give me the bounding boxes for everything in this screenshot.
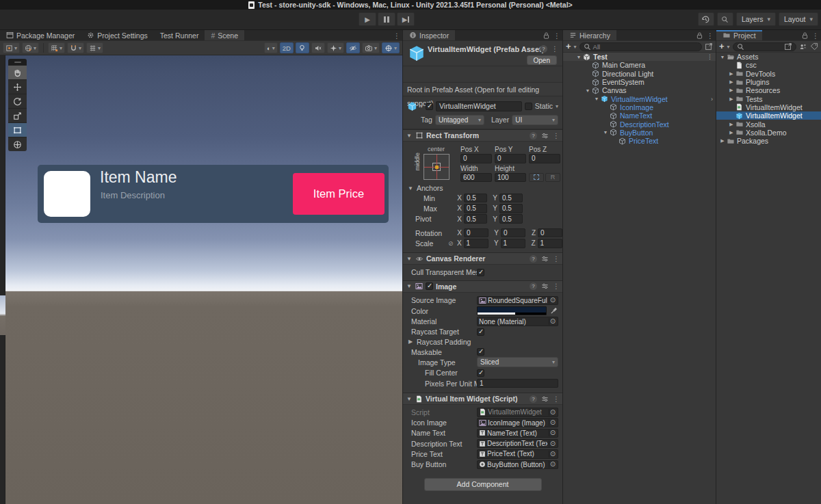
blueprint-mode-button[interactable] — [529, 173, 544, 183]
prefab-open-arrow-icon[interactable]: › — [711, 96, 713, 103]
toggle-2d-button[interactable]: 2D — [280, 42, 294, 53]
object-picker-icon[interactable]: ⊙ — [549, 419, 556, 426]
hierarchy-item-main-camera[interactable]: Main Camera — [563, 61, 716, 69]
component-menu-icon[interactable]: ⋮ — [553, 282, 560, 290]
scene-lighting-button[interactable] — [296, 42, 309, 53]
rotation-z-field[interactable]: 0 — [538, 228, 562, 238]
tab-project[interactable]: Project — [716, 30, 762, 40]
buy-button-preview[interactable]: Item Price — [293, 173, 385, 215]
object-picker-icon[interactable]: ⊙ — [549, 429, 556, 436]
hierarchy-item-buybutton[interactable]: ▼BuyButton — [563, 129, 716, 137]
presets-icon[interactable] — [541, 282, 549, 290]
move-snap-button[interactable]: ▾ — [86, 42, 103, 53]
save-search-icon[interactable] — [705, 42, 713, 51]
project-item-virtualitemwidget[interactable]: VirtualItemWidget — [716, 103, 821, 111]
project-item-tests[interactable]: ▶Tests — [716, 94, 821, 103]
link-broken-icon[interactable]: ⊘ — [448, 240, 454, 247]
play-button[interactable]: ▶ — [359, 12, 376, 26]
foldout-icon[interactable]: ▶ — [719, 138, 726, 144]
presets-icon[interactable] — [541, 255, 549, 263]
object-reference-field[interactable]: VirtualItemWidget⊙ — [477, 408, 558, 417]
cull-transparent-mesh-checkbox[interactable] — [477, 269, 484, 276]
scene-viewport[interactable]: Item Name Item Description Item Price — [5, 55, 402, 504]
height-field[interactable]: 100 — [495, 173, 526, 183]
hierarchy-item-canvas[interactable]: ▼Canvas — [563, 86, 716, 94]
lock-icon[interactable] — [696, 31, 703, 40]
project-item-devtools[interactable]: ▶DevTools — [716, 70, 821, 78]
active-checkbox[interactable] — [426, 103, 433, 110]
foldout-icon[interactable]: ▼ — [406, 256, 413, 262]
camera-settings-button[interactable]: ▾ — [362, 42, 380, 53]
collab-icon[interactable] — [799, 43, 807, 51]
rotation-x-field[interactable]: 0 — [464, 228, 488, 238]
presets-icon[interactable] — [541, 132, 549, 140]
foldout-icon[interactable]: ▶ — [728, 88, 735, 93]
foldout-icon[interactable]: ▶ — [728, 122, 735, 127]
panel-menu-icon[interactable]: ⋮ — [812, 32, 819, 40]
tab-inspector[interactable]: Inspector — [403, 30, 455, 40]
panel-menu-icon[interactable]: ⋮ — [553, 32, 560, 40]
presets-icon[interactable] — [541, 395, 549, 403]
pause-button[interactable] — [378, 12, 395, 26]
width-field[interactable]: 600 — [460, 173, 492, 183]
maskable-checkbox[interactable] — [477, 348, 484, 356]
add-component-button[interactable]: Add Component — [424, 478, 542, 491]
foldout-icon[interactable]: ▼ — [593, 96, 600, 101]
object-picker-icon[interactable]: ⊙ — [549, 451, 556, 457]
tab-test-runner[interactable]: Test Runner — [154, 30, 205, 40]
anchor-preset-widget[interactable]: center middle — [410, 147, 459, 181]
object-reference-field[interactable]: PriceText (Text)⊙ — [477, 449, 558, 459]
virtual-item-widget-script-header[interactable]: ▼ Virtual Item Widget (Script) ?⋮ — [403, 393, 562, 405]
search-button[interactable] — [717, 12, 733, 26]
scale-z-field[interactable]: 1 — [538, 239, 562, 248]
foldout-icon[interactable]: ▼ — [406, 133, 413, 139]
scale-tool-button[interactable] — [8, 108, 27, 122]
raw-edit-button[interactable]: R — [545, 173, 560, 183]
hierarchy-item-iconimage[interactable]: IconImage — [563, 103, 716, 111]
layout-dropdown[interactable]: Layout▾ — [779, 12, 818, 26]
foldout-icon[interactable]: ▶ — [728, 79, 735, 85]
project-item-resources[interactable]: ▶Resources — [716, 86, 821, 94]
grid-snapping-button[interactable]: ▾ — [48, 42, 65, 53]
raycast-target-checkbox[interactable] — [477, 328, 484, 336]
pos-z-field[interactable]: 0 — [529, 154, 560, 163]
tab-hierarchy[interactable]: Hierarchy — [563, 30, 616, 40]
label-icon[interactable] — [810, 42, 818, 51]
hierarchy-item-pricetext[interactable]: PriceText — [563, 137, 716, 145]
object-picker-icon[interactable]: ⊙ — [549, 409, 556, 416]
help-icon[interactable]: ? — [530, 395, 537, 403]
foldout-icon[interactable]: ▼ — [584, 88, 591, 93]
gameobject-name-field[interactable]: VirtualItemWidget — [436, 101, 522, 111]
gizmos-button[interactable]: ▾ — [382, 42, 400, 53]
help-icon[interactable]: ? — [530, 255, 537, 263]
help-icon[interactable]: ? — [530, 132, 537, 140]
hierarchy-search-input[interactable]: All — [579, 42, 702, 51]
create-button[interactable]: + — [566, 43, 571, 50]
panel-menu-icon[interactable]: ⋮ — [393, 32, 400, 40]
component-menu-icon[interactable]: ⋮ — [553, 255, 560, 263]
object-reference-field[interactable]: NameText (Text)⊙ — [477, 429, 558, 438]
increment-snap-button[interactable]: ▾ — [67, 42, 84, 53]
tag-dropdown[interactable]: Untagged▾ — [435, 115, 484, 125]
object-picker-icon[interactable]: ⊙ — [549, 297, 556, 304]
effects-button[interactable]: ▾ — [327, 42, 344, 53]
help-icon[interactable]: ? — [530, 282, 537, 290]
source-image-field[interactable]: RoundedSquareFull@⊙ — [477, 296, 558, 306]
rect-transform-header[interactable]: ▼ Rect Transform ?⋮ — [403, 129, 562, 142]
scene-menu-icon[interactable]: ⋮ — [707, 53, 713, 60]
foldout-icon[interactable]: ▶ — [728, 130, 735, 135]
max-x-field[interactable]: 0.5 — [464, 204, 487, 213]
component-menu-icon[interactable]: ⋮ — [553, 132, 560, 140]
hierarchy-item-nametext[interactable]: NameText — [563, 111, 716, 120]
object-reference-field[interactable]: IconImage (Image)⊙ — [477, 418, 558, 427]
help-icon[interactable]: ? — [540, 45, 547, 53]
static-checkbox[interactable] — [525, 103, 532, 110]
transform-tool-button[interactable] — [8, 137, 27, 151]
color-swatch[interactable] — [477, 306, 547, 316]
overlay-drag-handle[interactable] — [8, 59, 27, 65]
pivot-y-field[interactable]: 0.5 — [499, 214, 523, 224]
static-dropdown-icon[interactable]: ▾ — [556, 103, 558, 109]
layers-dropdown[interactable]: Layers▾ — [736, 12, 776, 26]
rotation-y-field[interactable]: 0 — [501, 228, 525, 238]
rect-tool-button[interactable] — [8, 122, 27, 137]
